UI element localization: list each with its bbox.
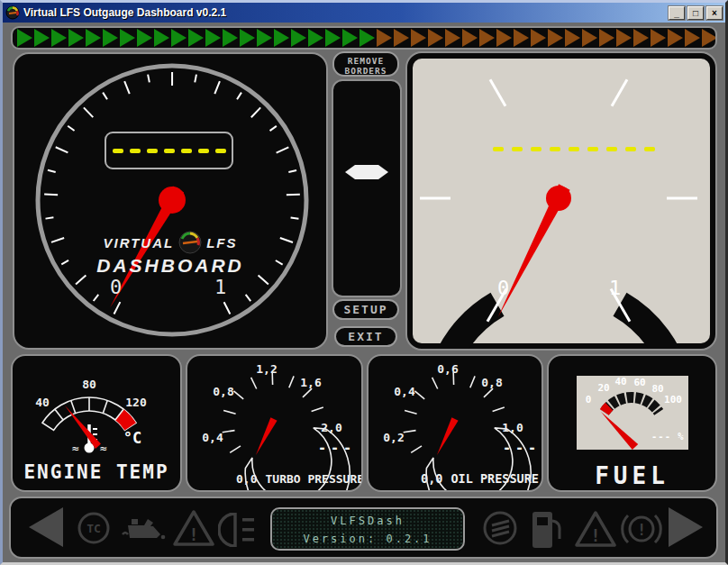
vlfs-logo: VIRTUAL LFS DASHBOARD <box>14 231 326 277</box>
shift-light-arrow <box>103 29 118 47</box>
exit-button[interactable]: EXIT <box>334 326 397 347</box>
speedometer-panel: 0 1 <box>405 51 717 351</box>
shift-light-arrow <box>274 29 289 47</box>
lcd-dash <box>164 149 175 153</box>
lcd-dash <box>130 149 141 153</box>
shift-light-arrow <box>171 29 187 47</box>
svg-text:0,0TURBO PRESSURE: 0,0TURBO PRESSURE <box>236 472 361 486</box>
maximize-button[interactable]: □ <box>687 6 704 20</box>
lcd-dash <box>113 149 123 153</box>
lcd-dash <box>587 147 598 151</box>
turn-left-indicator-icon <box>29 507 65 547</box>
svg-text:!: ! <box>637 521 646 539</box>
svg-text:≈: ≈ <box>72 442 79 455</box>
shift-light-arrow <box>154 29 169 47</box>
shift-light-arrow <box>548 29 563 47</box>
turbo-pressure-panel: 0,4 0,8 1,2 1,6 2,0 --- 0,0TURBO PRESSUR… <box>186 354 363 492</box>
speedometer-digit-left: 0 <box>497 277 509 299</box>
svg-text:TC: TC <box>86 522 101 535</box>
turn-right-indicator-icon <box>669 507 705 547</box>
engine-temp-label-40: 40 <box>35 396 50 409</box>
oil-title: OIL PRESSURE <box>450 471 539 486</box>
lcd-dash <box>606 147 617 151</box>
close-button[interactable]: × <box>706 6 723 20</box>
lcd-line2: Version: 0.2.1 <box>272 530 463 548</box>
oil-pressure-panel: 0,2 0,4 0,6 0,8 1,0 --- 0,0OIL PRESSURE <box>367 354 543 492</box>
svg-text:!: ! <box>188 524 198 544</box>
engine-temp-panel: 40 80 120 ≈ ≈ °C ENGINE TEMP <box>11 354 182 492</box>
turbo-label: 0,8 <box>213 385 234 398</box>
lcd-dash <box>147 149 158 153</box>
lcd-dash <box>550 147 560 151</box>
status-bar: TC ! VLFSDash Version: 0.2.1 <box>9 497 718 559</box>
gear-indicator-arrow-icon <box>345 164 388 180</box>
turbo-label: 1,2 <box>256 362 277 376</box>
shift-light-arrow <box>445 29 460 47</box>
fuel-gauge: 0 20 40 60 80 100 --- % <box>549 356 715 464</box>
engine-temp-label-120: 120 <box>125 396 147 409</box>
logo-word-lfs: LFS <box>206 235 237 251</box>
dashboard-area: VIRTUAL LFS DASHBOARD 0 1 <box>3 23 725 562</box>
engine-temp-gauge: 40 80 120 ≈ ≈ °C <box>13 356 180 460</box>
shift-light-arrow <box>68 29 84 47</box>
app-window: Virtual LFS Outgauge Dashboard v0.2.1 _ … <box>0 0 728 565</box>
turbo-label: 0,4 <box>202 431 223 444</box>
lcd-dash <box>493 147 504 151</box>
tachometer-digit-right: 1 <box>214 276 226 298</box>
fuel-panel: 0 20 40 60 80 100 --- % FUEL <box>547 354 717 492</box>
shift-light-arrow <box>51 29 67 47</box>
turbo-reading: --- <box>318 440 356 456</box>
turbo-label: 1,6 <box>300 376 322 389</box>
battery-icon <box>481 509 519 547</box>
shift-light-arrow <box>223 29 238 47</box>
lcd-dash <box>198 149 209 153</box>
handbrake-warning-icon: ! <box>620 508 663 550</box>
shift-light-arrow <box>188 29 204 47</box>
logo-word-virtual: VIRTUAL <box>103 235 174 251</box>
speedometer-gauge <box>407 53 715 349</box>
shift-light-arrow <box>411 29 426 47</box>
engine-temp-title: ENGINE TEMP <box>13 461 180 483</box>
speedometer-needle <box>493 184 571 320</box>
turbo-pressure-gauge: 0,4 0,8 1,2 1,6 2,0 --- 0,0TURBO PRESSUR… <box>187 356 361 490</box>
oil-needle <box>437 417 459 455</box>
lcd-dash <box>625 147 636 151</box>
oil-label: 0,2 <box>383 431 404 444</box>
oil-label: 0,8 <box>481 376 503 389</box>
title-bar[interactable]: Virtual LFS Outgauge Dashboard v0.2.1 _ … <box>3 3 725 23</box>
headlight-icon <box>218 513 259 547</box>
oil-min-label: 0,0 <box>421 471 442 486</box>
fuel-label: 40 <box>614 376 626 387</box>
lcd-dash <box>181 149 192 153</box>
svg-text:!: ! <box>590 525 600 545</box>
fuel-pump-icon <box>529 506 565 550</box>
engine-temp-unit: °C <box>123 429 141 447</box>
oil-pressure-gauge: 0,2 0,4 0,6 0,8 1,0 --- 0,0OIL PRESSURE <box>369 356 541 490</box>
shift-light-arrow <box>496 29 512 47</box>
speedometer-lcd <box>493 147 655 151</box>
speedometer-digit-right: 1 <box>609 277 621 299</box>
remove-borders-button[interactable]: REMOVE BORDERS <box>332 51 399 77</box>
shift-light-arrow <box>616 29 632 47</box>
shift-light-arrow <box>291 29 306 47</box>
setup-button[interactable]: SETUP <box>332 299 399 320</box>
fuel-label: 60 <box>633 377 645 388</box>
oil-label: 0,4 <box>394 385 415 398</box>
shift-light-arrow <box>359 29 375 47</box>
logo-word-dashboard: DASHBOARD <box>96 255 244 277</box>
shift-light-arrow <box>462 29 478 47</box>
shift-light-arrow <box>394 29 409 47</box>
shift-light-arrow <box>240 29 255 47</box>
fuel-reading: --- % <box>651 431 685 442</box>
fuel-label: 100 <box>664 394 682 406</box>
shift-light-arrow <box>633 29 649 47</box>
shift-light-arrow <box>651 29 666 47</box>
shift-light-arrow <box>342 29 358 47</box>
shift-light-arrow <box>34 29 50 47</box>
shift-light-arrow <box>668 29 683 47</box>
tachometer-lcd <box>105 132 233 169</box>
shift-light-arrow <box>685 29 700 47</box>
logo-gauge-icon <box>178 231 202 254</box>
minimize-button[interactable]: _ <box>669 6 685 20</box>
lcd-dash <box>569 147 579 151</box>
